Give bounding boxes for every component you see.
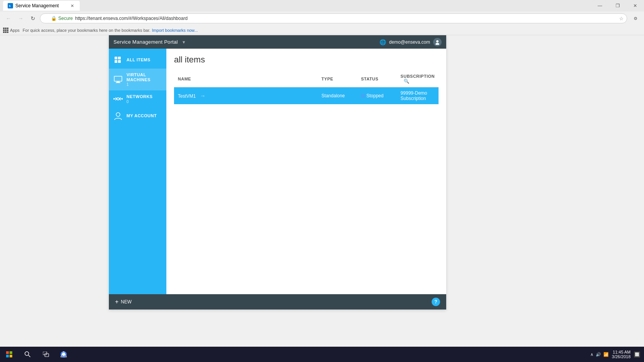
task-view-button[interactable] <box>37 347 55 362</box>
all-items-label: ALL ITEMS <box>127 57 150 62</box>
svg-rect-9 <box>5 31 7 33</box>
svg-rect-26 <box>6 351 9 354</box>
sidebar-item-all-items[interactable]: ALL ITEMS <box>109 52 166 69</box>
user-avatar[interactable] <box>433 38 442 46</box>
networks-count: 0 <box>127 100 153 104</box>
restore-button[interactable]: ❐ <box>609 0 626 11</box>
row-arrow-icon: → <box>200 93 205 99</box>
cell-subscription: 99999-Demo Subscription <box>397 87 439 105</box>
sidebar-item-networks[interactable]: NETWORKS 0 <box>109 90 166 107</box>
page-title: all items <box>174 55 439 65</box>
svg-rect-19 <box>116 82 120 83</box>
close-button[interactable]: ✕ <box>626 0 644 11</box>
svg-rect-13 <box>115 57 117 59</box>
svg-rect-2 <box>3 28 5 29</box>
plus-icon: + <box>115 298 118 305</box>
svg-rect-29 <box>10 355 12 357</box>
svg-rect-15 <box>115 60 117 63</box>
tab-title: Service Management <box>15 3 59 8</box>
minimize-button[interactable]: — <box>591 0 609 11</box>
portal-body: ALL ITEMS VIRTUAL MACHINES 1 <box>109 49 446 294</box>
svg-point-12 <box>435 43 439 45</box>
taskbar-search-button[interactable] <box>18 347 37 362</box>
speaker-icon[interactable]: 🔊 <box>596 352 601 357</box>
svg-rect-10 <box>7 31 8 33</box>
portal-wrapper: Service Management Portal ▼ 🌐 demo@ensev… <box>109 35 446 310</box>
globe-icon: 🌐 <box>380 39 386 45</box>
col-header-type: TYPE <box>318 71 357 87</box>
svg-rect-5 <box>3 29 5 31</box>
network-tray-icon[interactable]: 📶 <box>603 352 609 357</box>
svg-point-23 <box>113 98 115 100</box>
bookmarks-message: For quick access, place your bookmarks h… <box>23 28 150 33</box>
clock-date: 3/26/2018 <box>612 354 631 359</box>
portal-header: Service Management Portal ▼ 🌐 demo@ensev… <box>109 35 446 49</box>
new-button[interactable]: + NEW <box>115 298 131 305</box>
browser-window: S Service Management ✕ — ❐ ✕ ← → ↻ 🔒 Sec… <box>0 0 644 347</box>
import-bookmarks-link[interactable]: Import bookmarks now... <box>152 28 198 33</box>
secure-label: Secure <box>58 16 73 21</box>
items-table: NAME TYPE STATUS SUBSCRIPTION 🔍 <box>174 71 439 104</box>
header-chevron-icon: ▼ <box>182 40 186 44</box>
virtual-machines-label: VIRTUAL MACHINES <box>127 72 162 82</box>
sidebar-item-my-account[interactable]: MY ACCOUNT <box>109 108 166 124</box>
window-controls: — ❐ ✕ <box>591 0 644 11</box>
status-label: Stopped <box>366 93 384 98</box>
cell-status: Stopped <box>357 87 397 105</box>
chrome-taskbar-button[interactable] <box>55 347 72 362</box>
grid-icon <box>113 56 123 65</box>
browser-tab[interactable]: S Service Management ✕ <box>3 1 80 11</box>
system-clock[interactable]: 11:45 AM 3/26/2018 <box>612 350 631 359</box>
svg-point-24 <box>122 98 123 100</box>
portal-footer: + NEW ? <box>109 294 446 310</box>
svg-point-11 <box>436 40 439 43</box>
system-tray: ∧ 🔊 📶 <box>590 352 609 357</box>
svg-rect-28 <box>6 355 9 357</box>
person-icon <box>113 111 123 121</box>
svg-rect-7 <box>7 29 8 31</box>
svg-rect-18 <box>117 82 120 82</box>
clock-time: 11:45 AM <box>612 350 631 354</box>
cell-name: TestVM1 → <box>174 87 318 105</box>
bookmarks-bar: Apps For quick access, place your bookma… <box>0 25 644 35</box>
address-input[interactable]: 🔒 Secure https://tenant.enseva.com/#/Wor… <box>40 13 627 23</box>
svg-point-30 <box>25 352 29 355</box>
start-button[interactable] <box>0 347 18 362</box>
refresh-button[interactable]: ↻ <box>28 13 38 24</box>
apps-label: Apps <box>10 28 20 33</box>
svg-point-20 <box>117 98 119 100</box>
table-row[interactable]: TestVM1 → Standalone Stopped 99999-Demo <box>174 87 439 105</box>
cell-type: Standalone <box>318 87 357 105</box>
forward-button[interactable]: → <box>15 13 26 24</box>
back-button[interactable]: ← <box>3 13 14 24</box>
user-email[interactable]: demo@enseva.com <box>389 39 430 45</box>
main-content: all items NAME TYPE STATUS <box>166 49 446 294</box>
sidebar-item-virtual-machines[interactable]: VIRTUAL MACHINES 1 <box>109 69 166 90</box>
portal-header-right: 🌐 demo@enseva.com <box>380 38 442 46</box>
svg-rect-6 <box>5 29 7 31</box>
networks-label: NETWORKS <box>127 94 153 99</box>
taskbar-right: ∧ 🔊 📶 11:45 AM 3/26/2018 🔲 <box>590 347 644 362</box>
taskbar: ∧ 🔊 📶 11:45 AM 3/26/2018 🔲 <box>0 347 644 362</box>
svg-rect-4 <box>7 28 8 29</box>
svg-point-25 <box>116 113 120 116</box>
bookmark-star-icon[interactable]: ☆ <box>619 16 624 21</box>
new-label: NEW <box>121 299 131 305</box>
svg-text:S: S <box>9 5 11 7</box>
title-bar: S Service Management ✕ — ❐ ✕ <box>0 0 644 11</box>
table-search-icon[interactable]: 🔍 <box>404 79 410 84</box>
tray-icons: ∧ <box>590 352 593 357</box>
svg-rect-14 <box>118 57 121 59</box>
secure-icon: 🔒 <box>51 16 57 21</box>
apps-button[interactable]: Apps <box>3 28 20 33</box>
help-button[interactable]: ? <box>432 298 440 306</box>
extensions-button[interactable]: ⚙ <box>630 13 641 24</box>
svg-rect-17 <box>114 76 122 81</box>
sidebar: ALL ITEMS VIRTUAL MACHINES 1 <box>109 49 166 294</box>
url-text: https://tenant.enseva.com/#/Workspaces/A… <box>75 16 187 21</box>
svg-rect-8 <box>3 31 5 33</box>
notification-icon[interactable]: 🔲 <box>634 351 640 357</box>
tab-close-button[interactable]: ✕ <box>69 3 75 9</box>
network-icon <box>113 94 123 103</box>
tab-favicon: S <box>8 3 13 8</box>
